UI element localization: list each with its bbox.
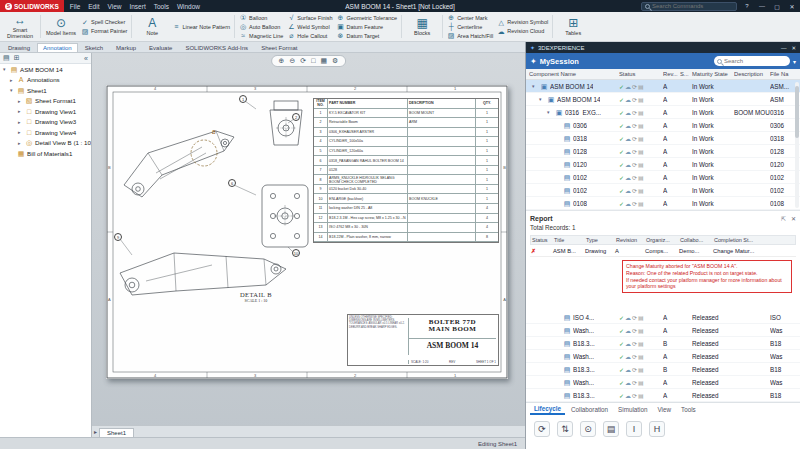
command-tab[interactable]: Drawing bbox=[2, 43, 36, 52]
command-tab[interactable]: Sheet Format bbox=[255, 43, 303, 52]
drawing-sheet[interactable]: 4 3 2 1 4 3 2 1 B A B A B 1 2 6 9 10 ITE… bbox=[106, 85, 508, 379]
component-row[interactable]: ▤ B18.3... ✓ ☁ ⟳ ▤ B Released B18 bbox=[526, 337, 800, 350]
hud-tool-icon[interactable]: ⊕ bbox=[279, 57, 285, 65]
menu-item[interactable]: Edit bbox=[88, 3, 99, 10]
tree-item[interactable]: ▸ □ Drawing View3 bbox=[0, 117, 91, 128]
expander-icon[interactable]: ▾ bbox=[539, 96, 545, 102]
command-tab[interactable]: SOLIDWORKS Add-Ins bbox=[179, 43, 254, 52]
feature-tree-tab-icon[interactable]: ▤ bbox=[3, 54, 10, 62]
expander-icon[interactable]: ▸ bbox=[18, 129, 23, 135]
ribbon-button[interactable]: ▨ Format Painter bbox=[79, 27, 129, 36]
component-row[interactable]: ▤ Wash... ✓ ☁ ⟳ ▤ A Released Was bbox=[526, 376, 800, 389]
component-row[interactable]: ▾ ▣ 0316_EXG... ✓ ☁ ⟳ ▤ A In Work BOOM M… bbox=[526, 106, 800, 119]
ribbon-button[interactable]: ☁ Revision Cloud bbox=[495, 27, 546, 36]
tree-item[interactable]: ▸ ◎ Detail View B (1 : 10) bbox=[0, 138, 91, 149]
column-header[interactable]: File Na bbox=[770, 71, 800, 77]
note-button[interactable]: A Note bbox=[134, 17, 170, 36]
tree-item[interactable]: ▾ ▤ Sheet1 bbox=[0, 85, 91, 96]
property-manager-tab-icon[interactable]: ⊞ bbox=[14, 54, 20, 62]
bill-of-materials-table[interactable]: ITEM NO. PART NUMBER DESCRIPTION QTY. 1 … bbox=[313, 98, 499, 243]
component-row[interactable]: ▤ B18.3... ✓ ☁ ⟳ ▤ A Released B18 bbox=[526, 389, 800, 402]
blocks-button[interactable]: ▦ Blocks bbox=[404, 17, 440, 36]
expander-icon[interactable]: ▾ bbox=[10, 87, 15, 93]
ribbon-button[interactable]: ▨ Area Hatch/Fill bbox=[445, 31, 495, 40]
tables-button[interactable]: ⊞ Tables bbox=[555, 17, 591, 36]
tree-item[interactable]: ▸ ▧ Sheet Format1 bbox=[0, 96, 91, 107]
menu-item[interactable]: Insert bbox=[129, 3, 145, 10]
expander-icon[interactable]: ▸ bbox=[18, 98, 23, 104]
expander-icon[interactable]: ▸ bbox=[10, 77, 15, 83]
component-row[interactable]: ▤ ISO 4... ✓ ☁ ⟳ ▤ A Released ISO bbox=[526, 311, 800, 324]
ribbon-button[interactable]: △ Revision Symbol bbox=[495, 18, 550, 27]
compass-icon[interactable]: ✦ bbox=[530, 57, 537, 66]
command-tab[interactable]: Markup bbox=[110, 43, 142, 52]
tree-item[interactable]: ▸ A Annotations bbox=[0, 75, 91, 86]
expander-icon[interactable]: ▾ bbox=[532, 83, 538, 89]
chevron-down-icon[interactable]: ▾ bbox=[793, 58, 796, 65]
component-row[interactable]: ▤ 0318 ✓ ☁ ⟳ ▤ A In Work 0318 bbox=[526, 132, 800, 145]
menu-item[interactable]: Window bbox=[177, 3, 200, 10]
new-revision-icon[interactable]: ⇅ bbox=[557, 421, 573, 437]
command-tab[interactable]: Evaluate bbox=[143, 43, 178, 52]
ribbon-button[interactable]: ⊕ Center Mark bbox=[445, 13, 489, 22]
report-column[interactable]: Completion St... bbox=[713, 237, 795, 243]
sheet-scroll-arrow-icon[interactable]: ▸ bbox=[94, 428, 97, 435]
component-row[interactable]: ▾ ▣ ASM BOOM 14 ✓ ☁ ⟳ ▤ A In Work ASM... bbox=[526, 80, 800, 93]
component-row[interactable]: ▤ Wash... ✓ ☁ ⟳ ▤ A Released Was bbox=[526, 324, 800, 337]
ribbon-button[interactable]: ✓ Spell Checker bbox=[79, 18, 127, 27]
close-button[interactable]: ✕ bbox=[787, 3, 797, 10]
ribbon-button[interactable]: ⌀ Hole Callout bbox=[285, 31, 329, 40]
tree-item[interactable]: ▸ □ Drawing View4 bbox=[0, 127, 91, 138]
hud-tool-icon[interactable]: ⚙ bbox=[332, 57, 338, 65]
bom-balloon[interactable]: 1 bbox=[239, 95, 247, 103]
column-header[interactable]: Description bbox=[734, 71, 770, 77]
component-row[interactable]: ▾ ▣ ASM BOOM 14 ✓ ☁ ⟳ ▤ A In Work ASM bbox=[526, 93, 800, 106]
panel-scrollbar[interactable] bbox=[795, 82, 799, 208]
panel-minimize-icon[interactable]: — bbox=[781, 45, 787, 51]
menu-item[interactable]: File bbox=[70, 3, 80, 10]
expander-icon[interactable]: ▸ bbox=[18, 108, 23, 114]
component-row[interactable]: ▤ 0102 ✓ ☁ ⟳ ▤ A In Work 0102 bbox=[526, 184, 800, 197]
tree-item[interactable]: ▾ ▤ ASM BOOM 14 bbox=[0, 64, 91, 75]
ribbon-button[interactable]: ⊕ Geometric Tolerance bbox=[334, 13, 399, 22]
panel-search[interactable] bbox=[714, 56, 790, 66]
tree-item[interactable]: ▸ □ Drawing View1 bbox=[0, 106, 91, 117]
change-maturity-icon[interactable]: ⟳ bbox=[534, 421, 550, 437]
scrollbar-thumb[interactable] bbox=[795, 86, 799, 138]
report-column[interactable]: Title bbox=[553, 237, 585, 243]
collapse-panel-icon[interactable]: « bbox=[84, 55, 88, 62]
info-icon[interactable]: I bbox=[626, 421, 642, 437]
bom-balloon[interactable]: 10 bbox=[292, 249, 300, 257]
minimize-button[interactable]: — bbox=[757, 3, 767, 9]
menu-item[interactable]: View bbox=[107, 3, 121, 10]
ribbon-button[interactable]: ◎ Auto Balloon bbox=[237, 22, 282, 31]
hud-tool-icon[interactable]: ▦ bbox=[320, 57, 327, 65]
help-icon[interactable]: ? bbox=[742, 3, 752, 9]
ribbon-button[interactable]: ∠ Weld Symbol bbox=[285, 22, 331, 31]
menu-item[interactable]: Tools bbox=[154, 3, 169, 10]
panel-search-input[interactable] bbox=[724, 58, 787, 64]
ribbon-button[interactable]: ≈ Magnetic Line bbox=[237, 31, 285, 40]
panel-tab[interactable]: Collaboration bbox=[567, 405, 612, 414]
command-search[interactable] bbox=[641, 2, 737, 11]
smart-dimension-button[interactable]: ↔ Smart Dimension bbox=[2, 14, 38, 39]
hud-tool-icon[interactable]: □ bbox=[311, 57, 315, 65]
maximize-button[interactable]: ▢ bbox=[772, 3, 782, 10]
report-column[interactable]: Revision bbox=[615, 237, 645, 243]
bom-balloon[interactable]: 2 bbox=[292, 113, 300, 121]
component-row[interactable]: ▤ 0108 ✓ ☁ ⟳ ▤ A In Work 0108 bbox=[526, 197, 800, 210]
column-header[interactable]: Maturity State bbox=[692, 71, 734, 77]
export-icon[interactable]: ⇱ bbox=[781, 215, 786, 222]
bom-balloon[interactable]: 9 bbox=[114, 233, 122, 241]
tree-item[interactable]: ▦ Bill of Materials1 bbox=[0, 148, 91, 159]
report-column[interactable]: Type bbox=[585, 237, 615, 243]
component-row[interactable]: ▤ 0102 ✓ ☁ ⟳ ▤ A In Work 0102 bbox=[526, 171, 800, 184]
column-header[interactable]: Rev... bbox=[663, 71, 680, 77]
ribbon-button[interactable]: ① Balloon bbox=[237, 13, 269, 22]
expander-icon[interactable]: ▾ bbox=[3, 66, 8, 72]
panel-tab[interactable]: Tools bbox=[677, 405, 700, 414]
report-column[interactable]: Status bbox=[531, 237, 553, 243]
expander-icon[interactable]: ▾ bbox=[547, 109, 553, 115]
graphics-area[interactable]: ⊕⊖⟳□▦⚙ bbox=[92, 53, 525, 437]
column-header[interactable]: Component Name bbox=[529, 71, 619, 77]
